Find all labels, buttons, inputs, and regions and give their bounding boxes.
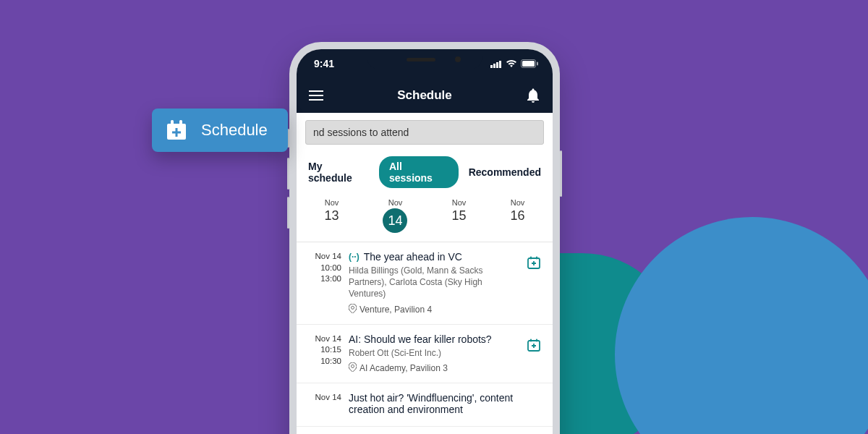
phone-notch	[367, 49, 482, 69]
session-item[interactable]: Nov 14 Just hot air? 'Windfluencing', co…	[297, 383, 553, 427]
notifications-icon[interactable]	[525, 88, 541, 103]
svg-rect-0	[490, 65, 493, 68]
session-location: AI Academy, Pavilion 3	[359, 363, 448, 373]
session-item[interactable]: Nov 14 10:00 13:00 (··) The year ahead i…	[297, 242, 553, 325]
svg-rect-15	[179, 120, 182, 126]
session-title: AI: Should we fear killer robots?	[349, 333, 492, 345]
session-item[interactable]: Nov 14 10:15 10:30 AI: Should we fear ki…	[297, 325, 553, 383]
menu-icon[interactable]	[308, 88, 324, 103]
date-day: 16	[510, 208, 524, 224]
battery-icon	[521, 59, 538, 68]
add-to-calendar-icon[interactable]	[527, 338, 541, 354]
session-location: Venture, Pavilion 4	[359, 305, 432, 315]
tab-my-schedule[interactable]: My schedule	[308, 161, 369, 184]
phone-screen: 9:41 Schedule nd sessions to attend	[297, 49, 553, 434]
schedule-tabs: My schedule All sessions Recommended	[297, 152, 553, 194]
add-to-calendar-icon[interactable]	[527, 255, 541, 272]
session-end: 13:00	[307, 273, 341, 285]
date-option[interactable]: Nov 13	[324, 198, 339, 233]
date-month: Nov	[510, 198, 524, 207]
svg-rect-11	[530, 339, 532, 341]
svg-rect-8	[530, 257, 532, 260]
phone-side-button	[287, 197, 289, 229]
session-start: 10:15	[307, 344, 341, 356]
date-option-active[interactable]: Nov 14	[383, 198, 407, 233]
session-date: Nov 14	[307, 251, 341, 263]
phone-side-button	[287, 158, 289, 190]
session-end: 10:30	[307, 356, 341, 367]
status-time: 9:41	[314, 58, 334, 69]
svg-rect-6	[537, 62, 538, 66]
date-day: 14	[383, 208, 407, 233]
phone-side-button	[560, 150, 562, 197]
calendar-add-icon	[163, 117, 190, 143]
schedule-chip-label: Schedule	[201, 121, 268, 140]
date-day: 15	[451, 208, 466, 224]
date-option[interactable]: Nov 15	[451, 198, 466, 233]
tab-recommended[interactable]: Recommended	[469, 166, 541, 178]
date-option[interactable]: Nov 16	[510, 198, 524, 233]
svg-rect-9	[536, 257, 537, 260]
phone-frame: 9:41 Schedule nd sessions to attend	[289, 42, 560, 434]
session-time: Nov 14 10:00 13:00	[307, 251, 341, 315]
schedule-chip[interactable]: Schedule	[152, 109, 288, 152]
session-time: Nov 14 10:15 10:30	[307, 333, 341, 374]
date-day: 13	[324, 208, 339, 224]
session-date: Nov 14	[307, 333, 341, 345]
session-speakers: Hilda Billings (Gold, Mann & Sacks Partn…	[349, 265, 518, 300]
session-start: 10:00	[307, 263, 341, 274]
app-bar: Schedule	[297, 78, 553, 113]
session-time: Nov 14	[307, 392, 341, 417]
location-icon	[349, 304, 357, 315]
svg-rect-2	[496, 62, 498, 68]
svg-rect-3	[499, 61, 501, 68]
page-title: Schedule	[397, 88, 452, 103]
wifi-icon	[506, 59, 517, 68]
date-month: Nov	[383, 198, 407, 207]
search-placeholder: nd sessions to attend	[313, 127, 409, 138]
tab-all-sessions[interactable]: All sessions	[379, 156, 459, 188]
session-title: The year ahead in VC	[364, 251, 462, 263]
date-month: Nov	[451, 198, 466, 207]
search-input[interactable]: nd sessions to attend	[305, 120, 544, 145]
session-title: Just hot air? 'Windfluencing', content c…	[349, 392, 542, 415]
svg-rect-14	[171, 120, 174, 126]
svg-rect-5	[522, 61, 535, 67]
location-icon	[349, 362, 357, 374]
signal-icon	[490, 60, 502, 68]
live-icon: (··)	[349, 252, 359, 262]
session-speakers: Robert Ott (Sci-Ent Inc.)	[349, 347, 518, 359]
svg-rect-1	[493, 64, 495, 68]
session-date: Nov 14	[307, 392, 341, 404]
date-month: Nov	[324, 198, 339, 207]
decorative-circle	[615, 217, 868, 434]
date-picker-row: Nov 13 Nov 14 Nov 15 Nov 16	[297, 194, 553, 242]
svg-rect-12	[536, 339, 537, 341]
